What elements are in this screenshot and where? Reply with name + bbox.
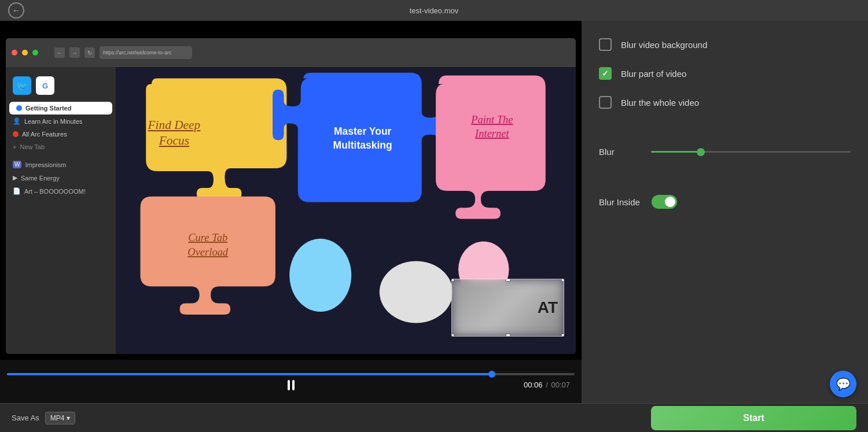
video-controls: 00:06 / 00:07 xyxy=(0,360,582,403)
blur-inside-label: Blur Inside xyxy=(599,197,640,207)
back-button[interactable]: ← xyxy=(8,2,24,19)
progress-thumb[interactable] xyxy=(488,371,495,378)
sidebar-item-all-arc[interactable]: All Arc Features xyxy=(6,128,116,141)
chat-icon: 💬 xyxy=(836,377,851,391)
sidebar-group-art[interactable]: 📄 Art – BOOOOOOOM! xyxy=(6,184,116,198)
save-as-label: Save As xyxy=(12,413,39,422)
toggle-knob xyxy=(665,197,675,207)
svg-text:Focus: Focus xyxy=(159,134,189,147)
option-label-blur-part: Blur part of video xyxy=(621,69,686,79)
handle-bl[interactable] xyxy=(451,334,454,337)
blur-inside-toggle[interactable] xyxy=(652,195,677,209)
handle-tr[interactable] xyxy=(561,279,564,282)
option-label-blur-whole: Blur the whole video xyxy=(621,98,699,108)
svg-text:Internet: Internet xyxy=(475,128,509,139)
pause-bar-left xyxy=(288,380,290,390)
svg-point-9 xyxy=(380,261,453,323)
chat-button[interactable]: 💬 xyxy=(830,371,856,397)
start-button[interactable]: Start xyxy=(651,406,856,430)
option-label-blur-bg: Blur video background xyxy=(621,40,707,50)
blur-slider-thumb[interactable] xyxy=(697,148,705,156)
checkbox-blur-bg[interactable] xyxy=(599,38,612,51)
nav-refresh-button[interactable]: ↻ xyxy=(84,47,95,58)
video-panel: ← → ↻ https://arc.net/welcome-to-arc 🐦 G xyxy=(0,21,582,403)
nav-back-button[interactable]: ← xyxy=(54,47,65,58)
handle-tl[interactable] xyxy=(451,279,454,282)
progress-fill xyxy=(7,373,495,375)
bottom-bar: Save As MP4 ▾ Start xyxy=(0,403,868,432)
checkbox-blur-whole[interactable] xyxy=(599,96,612,109)
blur-label: Blur xyxy=(599,147,639,157)
svg-text:Overload: Overload xyxy=(187,246,229,258)
handle-bm[interactable] xyxy=(506,334,510,337)
option-row-blur-bg: Blur video background xyxy=(599,38,851,51)
item-dot-red xyxy=(13,131,19,137)
traffic-light-green xyxy=(32,50,38,56)
video-content: Find Deep Focus Master Your Multitasking xyxy=(116,67,576,354)
sidebar-item-getting-started[interactable]: Getting Started xyxy=(9,102,112,115)
blur-region: AT xyxy=(451,279,564,337)
svg-text:Master Your: Master Your xyxy=(334,125,392,137)
handle-tm[interactable] xyxy=(506,279,510,282)
browser-frame: ← → ↻ https://arc.net/welcome-to-arc 🐦 G xyxy=(6,38,576,354)
video-container: ← → ↻ https://arc.net/welcome-to-arc 🐦 G xyxy=(0,21,582,360)
sidebar-tabs: 🐦 G xyxy=(6,72,116,99)
traffic-light-yellow xyxy=(22,50,28,56)
browser-sidebar: 🐦 G Getting Started 👤 Learn Arc in Minut… xyxy=(6,67,116,354)
address-bar[interactable]: https://arc.net/welcome-to-arc xyxy=(100,46,192,59)
time-display: 00:06 / 00:07 xyxy=(524,381,570,389)
browser-chrome: ← → ↻ https://arc.net/welcome-to-arc xyxy=(6,38,576,67)
sidebar-item-learn-arc[interactable]: 👤 Learn Arc in Minutes xyxy=(6,115,116,128)
traffic-light-red xyxy=(12,50,17,56)
twitter-tab[interactable]: 🐦 xyxy=(13,76,31,95)
blur-slider-track[interactable] xyxy=(651,151,851,153)
blur-slider-row: Blur xyxy=(599,147,851,157)
svg-text:Multitasking: Multitasking xyxy=(333,139,392,151)
right-panel: Blur video background Blur part of video… xyxy=(582,21,868,403)
current-time: 00:06 xyxy=(524,381,543,389)
google-tab[interactable]: G xyxy=(36,76,54,95)
sidebar-group-same-energy[interactable]: ▶ Same Energy xyxy=(6,171,116,184)
handle-br[interactable] xyxy=(561,334,564,337)
svg-text:Paint The: Paint The xyxy=(470,114,513,125)
pause-button[interactable] xyxy=(288,380,295,390)
format-select[interactable]: MP4 ▾ xyxy=(45,412,76,424)
main-layout: ← → ↻ https://arc.net/welcome-to-arc 🐦 G xyxy=(0,21,868,403)
title-bar: ← test-video.mov xyxy=(0,0,868,21)
controls-row: 00:06 / 00:07 xyxy=(0,380,582,390)
svg-text:Find Deep: Find Deep xyxy=(147,118,200,132)
option-row-blur-whole: Blur the whole video xyxy=(599,96,851,109)
option-row-blur-part: Blur part of video xyxy=(599,67,851,80)
blur-slider-fill xyxy=(651,151,701,153)
blur-inside-row: Blur Inside xyxy=(599,195,851,209)
file-title: test-video.mov xyxy=(410,6,459,15)
progress-bar[interactable] xyxy=(7,373,575,375)
new-tab-button[interactable]: + New Tab xyxy=(6,141,116,153)
item-dot xyxy=(16,105,22,111)
pause-bar-right xyxy=(292,380,295,390)
time-separator: / xyxy=(546,381,548,389)
blur-text: AT xyxy=(538,298,558,317)
total-time: 00:07 xyxy=(551,381,570,389)
svg-text:Cure Tab: Cure Tab xyxy=(188,232,227,243)
nav-forward-button[interactable]: → xyxy=(69,47,80,58)
checkbox-blur-part[interactable] xyxy=(599,67,612,80)
svg-point-8 xyxy=(289,239,351,312)
sidebar-group-impressionism[interactable]: W Impressionism xyxy=(6,158,116,171)
